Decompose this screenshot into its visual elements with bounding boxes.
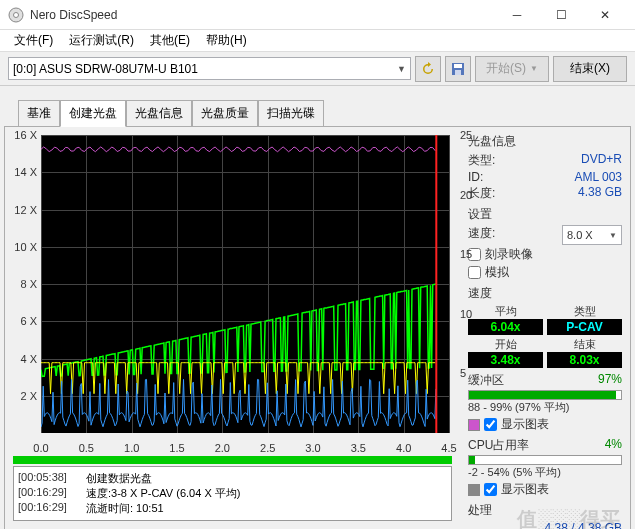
- end-button[interactable]: 结束(X): [553, 56, 627, 82]
- y-tick-right: 10: [460, 308, 478, 320]
- start-speed-value: 3.48x: [468, 352, 543, 368]
- end-speed-value: 8.03x: [547, 352, 622, 368]
- x-tick: 0.5: [79, 442, 94, 454]
- app-icon: [8, 7, 24, 23]
- chevron-down-icon: ▼: [530, 64, 538, 73]
- save-button[interactable]: [445, 56, 471, 82]
- cpu-section: CPU占用率4% -2 - 54% (5% 平均) 显示图表: [468, 437, 622, 498]
- menu-run[interactable]: 运行测试(R): [61, 30, 142, 51]
- speed-section: 速度 平均6.04x 类型P-CAV 开始3.48x 结束8.03x: [468, 285, 622, 368]
- close-button[interactable]: ✕: [583, 0, 627, 30]
- cpu-bar: [468, 455, 622, 465]
- y-tick-left: 10 X: [9, 241, 37, 253]
- refresh-button[interactable]: [415, 56, 441, 82]
- drive-select[interactable]: [0:0] ASUS SDRW-08U7M-U B101 ▼: [8, 57, 411, 80]
- menu-other[interactable]: 其他(E): [142, 30, 198, 51]
- tab-disc-quality[interactable]: 光盘质量: [192, 100, 258, 127]
- minimize-button[interactable]: ─: [495, 0, 539, 30]
- tab-disc-info[interactable]: 光盘信息: [126, 100, 192, 127]
- x-tick: 0.0: [33, 442, 48, 454]
- y-tick-left: 6 X: [9, 315, 37, 327]
- chevron-down-icon: ▼: [609, 231, 617, 240]
- burn-image-checkbox[interactable]: 刻录映像: [468, 246, 622, 263]
- y-tick-left: 16 X: [9, 129, 37, 141]
- speed-select[interactable]: 8.0 X▼: [562, 225, 622, 245]
- menu-bar: 文件(F) 运行测试(R) 其他(E) 帮助(H): [0, 30, 635, 52]
- y-tick-right: 25: [460, 129, 478, 141]
- x-tick: 4.5: [441, 442, 456, 454]
- y-tick-left: 4 X: [9, 353, 37, 365]
- svg-rect-4: [455, 70, 461, 75]
- tab-scan-disc[interactable]: 扫描光碟: [258, 100, 324, 127]
- disc-info-section: 光盘信息 类型:DVD+R ID:AML 003 长度:4.38 GB: [468, 133, 622, 202]
- x-tick: 2.0: [215, 442, 230, 454]
- y-tick-left: 2 X: [9, 390, 37, 402]
- simulate-checkbox[interactable]: 模拟: [468, 264, 622, 281]
- avg-speed-value: 6.04x: [468, 319, 543, 335]
- start-button[interactable]: 开始(S)▼: [475, 56, 549, 82]
- window-title: Nero DiscSpeed: [30, 8, 495, 22]
- y-tick-left: 12 X: [9, 204, 37, 216]
- settings-section: 设置 速度: 8.0 X▼ 刻录映像 模拟: [468, 206, 622, 281]
- maximize-button[interactable]: ☐: [539, 0, 583, 30]
- tab-create-disc[interactable]: 创建光盘: [60, 100, 126, 127]
- x-tick: 2.5: [260, 442, 275, 454]
- tab-benchmark[interactable]: 基准: [18, 100, 60, 127]
- y-tick-right: 15: [460, 248, 478, 260]
- menu-help[interactable]: 帮助(H): [198, 30, 255, 51]
- y-tick-right: 5: [460, 367, 478, 379]
- chevron-down-icon: ▼: [397, 64, 406, 74]
- cpu-show-checkbox[interactable]: 显示图表: [468, 481, 622, 498]
- proc-section: 处理 4.38 / 4.38 GB 10:51: [468, 502, 622, 529]
- x-tick: 1.0: [124, 442, 139, 454]
- progress-bar: [13, 456, 452, 464]
- tab-bar: 基准 创建光盘 光盘信息 光盘质量 扫描光碟: [0, 86, 635, 126]
- speed-chart: 2 X4 X6 X8 X10 X12 X14 X16 X5101520250.0…: [9, 131, 456, 454]
- x-tick: 3.0: [305, 442, 320, 454]
- status-log: [00:05:38]创建数据光盘 [00:16:29]速度:3-8 X P-CA…: [13, 466, 452, 521]
- x-tick: 4.0: [396, 442, 411, 454]
- y-tick-right: 20: [460, 189, 478, 201]
- speed-type-value: P-CAV: [547, 319, 622, 335]
- drive-select-value: [0:0] ASUS SDRW-08U7M-U B101: [13, 62, 198, 76]
- y-tick-left: 8 X: [9, 278, 37, 290]
- buffer-bar: [468, 390, 622, 400]
- svg-rect-3: [454, 64, 462, 68]
- x-tick: 1.5: [169, 442, 184, 454]
- svg-point-1: [14, 12, 19, 17]
- buffer-section: 缓冲区97% 88 - 99% (97% 平均) 显示图表: [468, 372, 622, 433]
- x-tick: 3.5: [351, 442, 366, 454]
- y-tick-left: 14 X: [9, 166, 37, 178]
- buffer-show-checkbox[interactable]: 显示图表: [468, 416, 622, 433]
- menu-file[interactable]: 文件(F): [6, 30, 61, 51]
